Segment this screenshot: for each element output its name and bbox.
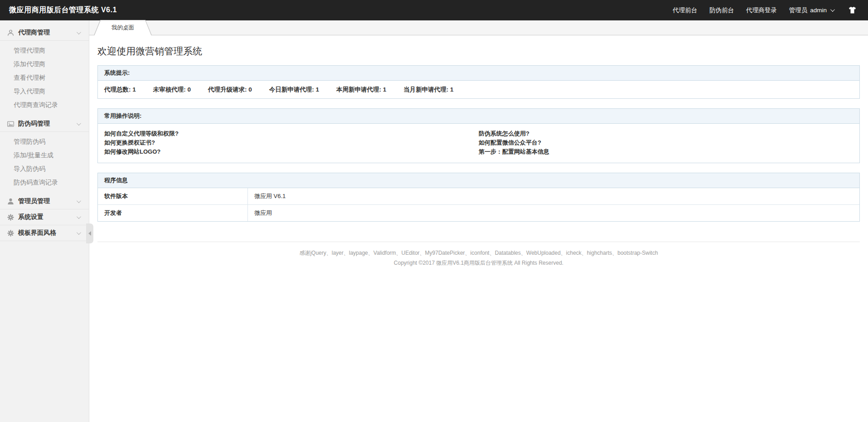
top-nav: 代理前台防伪前台代理商登录 管理员 admin <box>673 6 856 15</box>
panel-program-info-title: 程序信息 <box>98 173 859 188</box>
main-area: 我的桌面 欢迎使用微营销管理系统 系统提示: 代理总数: 1未审核代理: 0代理… <box>89 20 868 422</box>
collapse-left-icon <box>88 231 91 236</box>
admin-username: admin <box>810 7 827 14</box>
picture-icon <box>7 120 15 128</box>
program-info-value: 微应用 <box>247 205 859 221</box>
sidebar-submenu: 管理防伪码添加/批量生成导入防伪码防伪码查询记录 <box>0 132 89 194</box>
stat-item: 代理升级请求: 0 <box>208 86 252 93</box>
stat-item: 今日新申请代理: 1 <box>269 86 319 93</box>
admin-menu[interactable]: 管理员 admin <box>789 6 834 15</box>
panel-help: 常用操作说明: 如何自定义代理等级和权限?如何更换授权证书?如何修改网站LOGO… <box>97 108 860 163</box>
tab-label[interactable]: 我的桌面 <box>94 20 152 35</box>
stat-item: 本周新申请代理: 1 <box>336 86 386 93</box>
nav-link[interactable]: 代理前台 <box>673 6 697 15</box>
user-filled-icon <box>7 198 15 205</box>
sidebar-section-label: 管理员管理 <box>18 197 50 205</box>
sidebar-item[interactable]: 防伪码查询记录 <box>0 175 89 189</box>
help-links-left: 如何自定义代理等级和权限?如何更换授权证书?如何修改网站LOGO? <box>104 129 479 157</box>
chevron-down-icon <box>77 121 81 126</box>
program-info-value: 微应用 V6.1 <box>247 188 859 204</box>
sidebar-section-label: 代理商管理 <box>18 29 50 37</box>
help-link[interactable]: 如何配置微信公众平台? <box>479 139 853 147</box>
help-link[interactable]: 防伪系统怎么使用? <box>479 130 853 138</box>
stat-item: 当月新申请代理: 1 <box>403 86 453 93</box>
chevron-down-icon <box>77 214 81 219</box>
help-link[interactable]: 如何修改网站LOGO? <box>104 148 479 156</box>
sidebar-section: 模板界面风格 <box>0 225 89 241</box>
sidebar-section-label: 系统设置 <box>18 213 44 221</box>
gear-icon <box>7 213 15 221</box>
program-info-key: 开发者 <box>98 205 247 221</box>
welcome-heading: 欢迎使用微营销管理系统 <box>97 44 860 58</box>
help-links-right: 防伪系统怎么使用?如何配置微信公众平台?第一步：配置网站基本信息 <box>479 129 853 157</box>
sidebar-section-label: 防伪码管理 <box>18 120 50 128</box>
nav-link[interactable]: 防伪前台 <box>709 6 734 15</box>
panel-help-title: 常用操作说明: <box>98 109 859 124</box>
nav-link[interactable]: 代理商登录 <box>746 6 777 15</box>
sidebar-collapse-handle[interactable] <box>86 223 93 243</box>
program-info-row: 软件版本微应用 V6.1 <box>98 188 859 204</box>
tab-my-desktop[interactable]: 我的桌面 <box>94 20 152 35</box>
footer-thanks: 感谢jQuery、layer、laypage、Validform、UEditor… <box>97 250 860 256</box>
page-footer: 感谢jQuery、layer、laypage、Validform、UEditor… <box>97 242 860 266</box>
admin-label: 管理员 <box>789 6 808 15</box>
stat-item: 未审核代理: 0 <box>153 86 191 93</box>
sidebar-section: 代理商管理管理代理商添加代理商查看代理树导入代理商代理商查询记录 <box>0 25 89 116</box>
content: 欢迎使用微营销管理系统 系统提示: 代理总数: 1未审核代理: 0代理升级请求:… <box>89 35 868 422</box>
skin-theme-button[interactable] <box>849 6 856 14</box>
help-link[interactable]: 第一步：配置网站基本信息 <box>479 148 853 156</box>
sidebar-section: 管理员管理 <box>0 194 89 209</box>
panel-system-tips: 系统提示: 代理总数: 1未审核代理: 0代理升级请求: 0今日新申请代理: 1… <box>97 65 860 99</box>
sidebar-item[interactable]: 导入防伪码 <box>0 162 89 175</box>
stat-item: 代理总数: 1 <box>104 86 136 93</box>
sidebar-item[interactable]: 管理代理商 <box>0 44 89 57</box>
top-bar: 微应用商用版后台管理系统 V6.1 代理前台防伪前台代理商登录 管理员 admi… <box>0 0 868 20</box>
help-links: 如何自定义代理等级和权限?如何更换授权证书?如何修改网站LOGO? 防伪系统怎么… <box>98 124 859 163</box>
sidebar-item[interactable]: 代理商查询记录 <box>0 98 89 112</box>
program-info-row: 开发者微应用 <box>98 204 859 221</box>
sidebar-item[interactable]: 导入代理商 <box>0 84 89 98</box>
sidebar-section: 系统设置 <box>0 209 89 225</box>
program-info-key: 软件版本 <box>98 188 247 204</box>
sidebar-section-header[interactable]: 防伪码管理 <box>0 116 89 132</box>
help-link[interactable]: 如何自定义代理等级和权限? <box>104 130 479 138</box>
program-info-table: 软件版本微应用 V6.1开发者微应用 <box>98 188 859 221</box>
chevron-down-icon <box>77 230 81 235</box>
chevron-down-icon <box>830 7 835 12</box>
sidebar-item[interactable]: 添加代理商 <box>0 57 89 71</box>
sidebar: 代理商管理管理代理商添加代理商查看代理树导入代理商代理商查询记录防伪码管理管理防… <box>0 20 89 422</box>
gear-icon <box>7 229 15 237</box>
chevron-down-icon <box>77 30 81 34</box>
help-link[interactable]: 如何更换授权证书? <box>104 139 479 147</box>
panel-program-info: 程序信息 软件版本微应用 V6.1开发者微应用 <box>97 173 860 222</box>
panel-system-tips-title: 系统提示: <box>98 66 859 81</box>
sidebar-item[interactable]: 添加/批量生成 <box>0 148 89 162</box>
sidebar-section-header[interactable]: 系统设置 <box>0 209 89 225</box>
sidebar-section-header[interactable]: 代理商管理 <box>0 25 89 41</box>
footer-copyright: Copyright ©2017 微应用V6.1商用版后台管理系统 All Rig… <box>97 260 860 266</box>
system-stats-row: 代理总数: 1未审核代理: 0代理升级请求: 0今日新申请代理: 1本周新申请代… <box>98 81 859 98</box>
user-outline-icon <box>7 29 15 37</box>
page-layout: 代理商管理管理代理商添加代理商查看代理树导入代理商代理商查询记录防伪码管理管理防… <box>0 20 868 422</box>
tab-bar: 我的桌面 <box>89 20 868 35</box>
sidebar-section-header[interactable]: 管理员管理 <box>0 194 89 209</box>
chevron-down-icon <box>77 199 81 203</box>
tshirt-icon <box>849 6 856 14</box>
sidebar-section-header[interactable]: 模板界面风格 <box>0 225 89 241</box>
sidebar-item[interactable]: 管理防伪码 <box>0 135 89 148</box>
sidebar-section: 防伪码管理管理防伪码添加/批量生成导入防伪码防伪码查询记录 <box>0 116 89 194</box>
sidebar-item[interactable]: 查看代理树 <box>0 71 89 84</box>
app-title: 微应用商用版后台管理系统 V6.1 <box>9 5 117 15</box>
sidebar-submenu: 管理代理商添加代理商查看代理树导入代理商代理商查询记录 <box>0 41 89 116</box>
sidebar-section-label: 模板界面风格 <box>18 229 56 237</box>
